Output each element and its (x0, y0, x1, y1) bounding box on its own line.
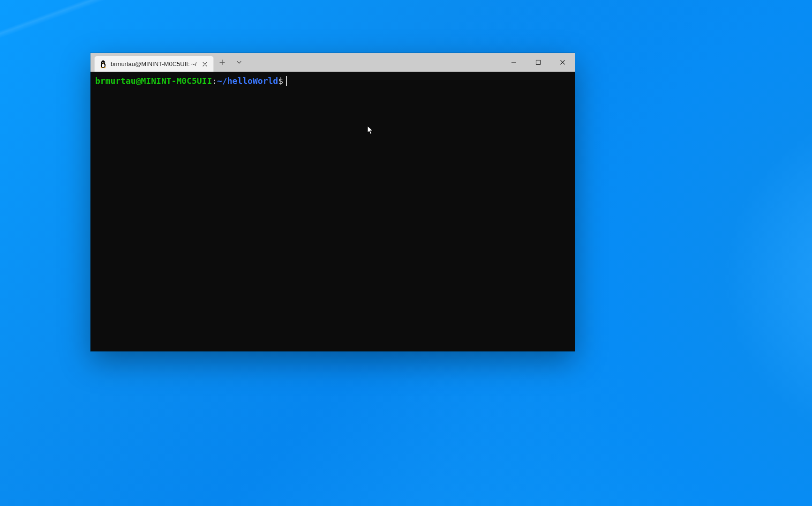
maximize-button[interactable] (526, 53, 550, 72)
titlebar[interactable]: brmurtau@MININT-M0C5UII: ~/ (90, 53, 575, 72)
minimize-button[interactable] (502, 53, 526, 72)
desktop-background: brmurtau@MININT-M0C5UII: ~/ (0, 0, 812, 506)
terminal-window: brmurtau@MININT-M0C5UII: ~/ (90, 53, 575, 351)
prompt-sigil: $ (278, 76, 283, 86)
svg-point-6 (101, 67, 103, 68)
svg-point-5 (104, 62, 104, 62)
tux-icon (99, 60, 107, 68)
mouse-cursor-icon (367, 126, 374, 135)
svg-point-4 (102, 62, 103, 62)
terminal-viewport[interactable]: brmurtau@MININT-M0C5UII:~/helloWorld$ (90, 72, 575, 351)
svg-rect-8 (536, 60, 541, 65)
window-controls (502, 53, 575, 72)
svg-point-7 (104, 67, 106, 68)
tab-title: brmurtau@MININT-M0C5UII: ~/ (111, 60, 196, 67)
tab-close-button[interactable] (200, 60, 210, 69)
tab-active[interactable]: brmurtau@MININT-M0C5UII: ~/ (94, 56, 214, 72)
tab-dropdown-button[interactable] (231, 53, 248, 72)
terminal-cursor (286, 76, 287, 86)
prompt-line: brmurtau@MININT-M0C5UII:~/helloWorld$ (95, 75, 570, 86)
prompt-separator: : (212, 76, 217, 86)
tab-strip: brmurtau@MININT-M0C5UII: ~/ (90, 53, 214, 72)
prompt-path: ~/helloWorld (217, 76, 278, 86)
close-button[interactable] (550, 53, 575, 72)
prompt-user-host: brmurtau@MININT-M0C5UII (95, 76, 212, 86)
new-tab-button[interactable] (214, 53, 231, 72)
titlebar-drag-region[interactable] (248, 53, 502, 72)
svg-point-1 (102, 64, 105, 67)
